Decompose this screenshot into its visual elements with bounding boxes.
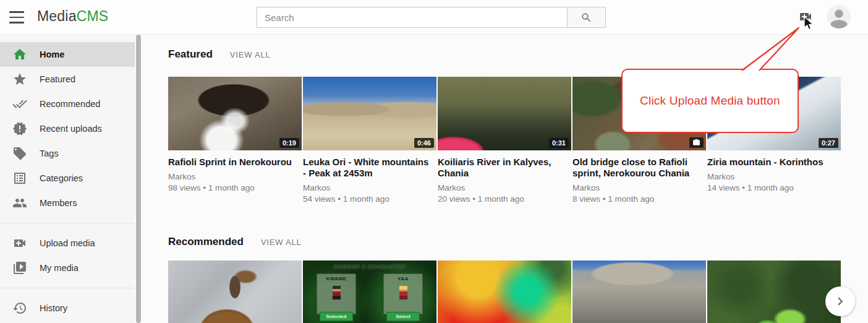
- people-icon: [12, 196, 27, 210]
- recommended-video-row: CHOOSE A CHARACTER KWAME Selected YAA Se…: [168, 261, 843, 323]
- sidebar-item-label: Tags: [40, 149, 59, 158]
- app-logo[interactable]: MediaCMS: [37, 8, 108, 25]
- search-button[interactable]: [567, 7, 606, 28]
- sidebar-item-label: Recommended: [40, 99, 100, 109]
- video-meta: 20 views • 1 month ago: [438, 194, 571, 204]
- video-meta: 8 views • 1 month ago: [572, 194, 706, 204]
- sidebar: HomeFeaturedRecommendedRecent uploadsTag…: [0, 35, 135, 323]
- person-icon: [827, 5, 851, 28]
- video-title[interactable]: Ziria mountain - Korinthos: [707, 157, 838, 168]
- character-button: Select: [386, 312, 420, 321]
- video-meta: 54 views • 1 month ago: [303, 194, 436, 204]
- game-heading: CHOOSE A CHARACTER: [303, 264, 436, 270]
- search-bar: [257, 7, 606, 28]
- camera-icon: [692, 139, 700, 147]
- video-call-icon: [12, 236, 27, 251]
- video-author[interactable]: Markos: [168, 172, 302, 182]
- user-avatar[interactable]: [827, 5, 851, 28]
- video-library-icon: [12, 261, 27, 275]
- video-thumbnail[interactable]: 0:46: [303, 77, 436, 150]
- image-type-badge: [689, 137, 704, 148]
- sidebar-item-categories[interactable]: Categories: [0, 166, 135, 191]
- sidebar-item-featured[interactable]: Featured: [0, 67, 135, 92]
- duration-badge: 0:19: [279, 138, 299, 148]
- sidebar-item-recommended[interactable]: Recommended: [0, 92, 135, 116]
- history-icon: [12, 301, 27, 316]
- video-thumbnail[interactable]: 0:31: [438, 77, 571, 150]
- carousel-next-button[interactable]: [825, 286, 855, 316]
- annotation-text: Click Upload Media button: [640, 94, 780, 108]
- video-thumbnail[interactable]: [438, 261, 571, 323]
- video-card[interactable]: 0:46Leuka Ori - White mountains - Peak a…: [303, 77, 436, 204]
- sidebar-item-label: Featured: [40, 74, 75, 84]
- mouse-cursor-icon: [803, 16, 814, 31]
- sidebar-item-label: History: [40, 303, 67, 313]
- sidebar-scrollbar[interactable]: [135, 35, 142, 323]
- sidebar-item-recent-uploads[interactable]: Recent uploads: [0, 116, 135, 141]
- section-title: Featured: [168, 48, 213, 61]
- sidebar-item-members[interactable]: Members: [0, 191, 135, 215]
- home-icon: [12, 47, 27, 62]
- video-card[interactable]: [438, 261, 571, 323]
- sidebar-item-label: My media: [40, 263, 79, 273]
- video-title[interactable]: Leuka Ori - White mountains - Peak at 24…: [303, 157, 434, 179]
- sidebar-item-label: Recent uploads: [40, 124, 102, 134]
- logo-text-media: Media: [37, 8, 77, 24]
- view-all-link[interactable]: VIEW ALL: [261, 238, 302, 247]
- video-card[interactable]: [572, 261, 706, 323]
- scrollbar-thumb[interactable]: [136, 35, 141, 323]
- video-card[interactable]: 0:19Rafioli Sprint in NerokourouMarkos98…: [168, 77, 302, 204]
- sidebar-item-label: Categories: [40, 173, 83, 183]
- video-thumbnail[interactable]: [572, 261, 706, 323]
- annotation-callout-tail: [711, 25, 810, 73]
- sidebar-item-label: Members: [40, 198, 77, 208]
- view-all-link[interactable]: VIEW ALL: [230, 50, 271, 59]
- annotation-callout: Click Upload Media button: [621, 69, 799, 133]
- done-all-icon: [12, 97, 27, 111]
- sidebar-divider: [0, 223, 135, 223]
- video-author[interactable]: Markos: [438, 183, 571, 193]
- video-card[interactable]: CHOOSE A CHARACTER KWAME Selected YAA Se…: [303, 261, 436, 323]
- sidebar-item-history[interactable]: History: [0, 296, 135, 321]
- video-thumbnail[interactable]: [707, 261, 841, 323]
- sidebar-item-upload-media[interactable]: Upload media: [0, 231, 135, 256]
- menu-hamburger-icon[interactable]: [9, 11, 24, 24]
- star-icon: [12, 72, 27, 87]
- tag-icon: [12, 146, 27, 161]
- sidebar-item-home[interactable]: Home: [0, 42, 135, 67]
- sidebar-item-tags[interactable]: Tags: [0, 141, 135, 166]
- sidebar-user-group: Upload mediaMy media: [0, 231, 135, 280]
- sidebar-item-label: Home: [40, 50, 64, 59]
- character-name: YAA: [384, 276, 422, 282]
- list-alt-icon: [12, 171, 27, 186]
- video-meta: 14 views • 1 month ago: [707, 183, 841, 193]
- sidebar-divider: [0, 288, 135, 288]
- character-name: KWAME: [317, 276, 355, 282]
- video-card[interactable]: [168, 261, 302, 323]
- game-screen-overlay: CHOOSE A CHARACTER KWAME Selected YAA Se…: [303, 261, 436, 323]
- video-meta: 98 views • 1 month ago: [168, 183, 302, 193]
- duration-badge: 0:27: [819, 138, 838, 148]
- video-thumbnail[interactable]: 0:19: [168, 77, 302, 150]
- section-title: Recommended: [168, 236, 244, 248]
- video-author[interactable]: Markos: [572, 183, 706, 193]
- video-title[interactable]: Old bridge close to Rafioli sprint, Nero…: [572, 157, 704, 179]
- video-card[interactable]: 0:31Koiliaris River in Kalyves, ChaniaMa…: [438, 77, 571, 204]
- character-panel: KWAME Selected: [317, 273, 356, 314]
- new-releases-icon: [12, 121, 27, 136]
- character-sprite: [333, 286, 341, 299]
- sidebar-item-label: Upload media: [40, 238, 95, 248]
- video-title[interactable]: Koiliaris River in Kalyves, Chania: [438, 157, 569, 179]
- duration-badge: 0:31: [549, 138, 569, 148]
- video-author[interactable]: Markos: [303, 183, 436, 193]
- search-input[interactable]: [257, 7, 568, 28]
- video-title[interactable]: Rafioli Sprint in Nerokourou: [168, 157, 299, 168]
- video-card[interactable]: [707, 261, 841, 323]
- duration-badge: 0:46: [414, 138, 434, 148]
- video-thumbnail[interactable]: CHOOSE A CHARACTER KWAME Selected YAA Se…: [303, 261, 436, 323]
- sidebar-item-my-media[interactable]: My media: [0, 256, 135, 280]
- search-icon: [581, 12, 592, 24]
- video-thumbnail[interactable]: [168, 261, 302, 323]
- video-author[interactable]: Markos: [707, 172, 841, 182]
- sidebar-main-group: HomeFeaturedRecommendedRecent uploadsTag…: [0, 42, 135, 215]
